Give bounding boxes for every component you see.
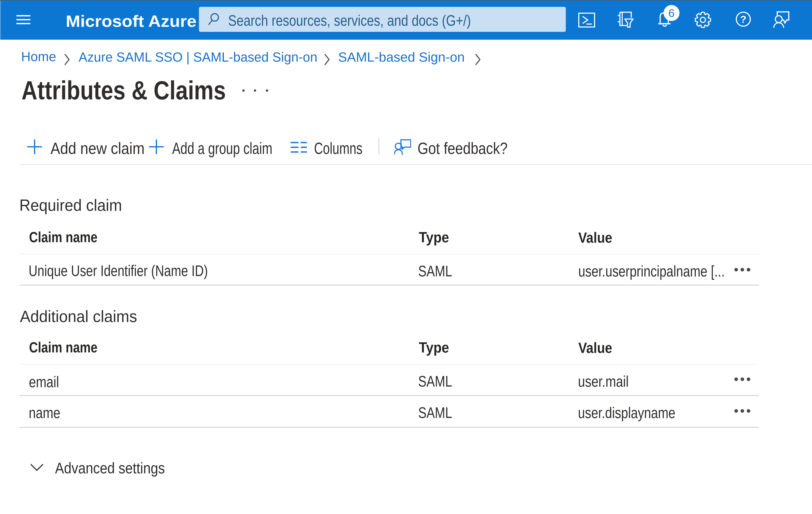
- svg-text:?: ?: [740, 13, 746, 25]
- svg-text:6: 6: [668, 7, 675, 19]
